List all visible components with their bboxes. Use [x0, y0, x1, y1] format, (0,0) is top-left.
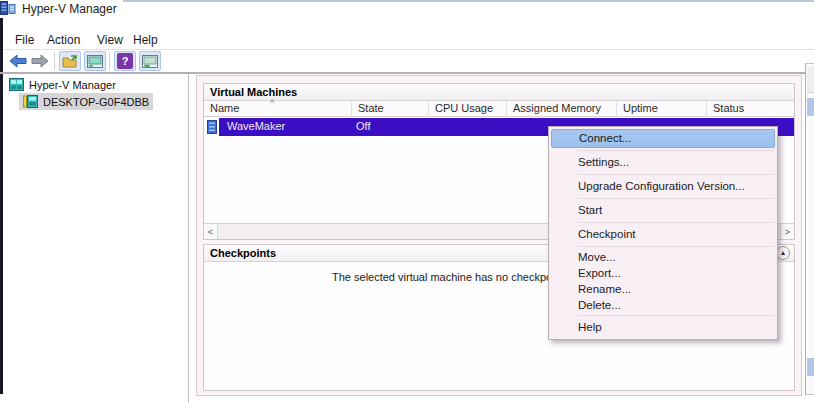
folder-icon	[62, 55, 78, 68]
vm-table-header: Name ^ State CPU Usage Assigned Memory U…	[204, 101, 794, 117]
host-server-icon	[23, 95, 38, 108]
context-menu-delete[interactable]: Delete...	[550, 297, 776, 313]
menu-separator	[578, 315, 774, 316]
menu-view[interactable]: View	[93, 31, 127, 49]
actions-pane-item-highlight	[807, 98, 814, 116]
column-header-cpu[interactable]: CPU Usage	[429, 101, 507, 117]
sort-asc-icon: ^	[270, 98, 274, 108]
forward-button[interactable]	[30, 51, 50, 71]
context-menu-start[interactable]: Start	[550, 201, 776, 220]
toolbar: ?	[3, 51, 814, 72]
context-menu-rename[interactable]: Rename...	[550, 281, 776, 297]
back-arrow-icon	[9, 54, 27, 68]
vm-context-menu: Connect... Settings... Upgrade Configura…	[548, 126, 778, 340]
vm-state-cell: Off	[356, 120, 370, 132]
window-title: Hyper-V Manager	[22, 2, 117, 16]
forward-arrow-icon	[31, 54, 49, 68]
menu-separator	[578, 174, 774, 175]
column-header-status[interactable]: Status	[707, 101, 794, 117]
toolbar-separator	[54, 52, 55, 70]
sidebar-host-label: DESKTOP-G0F4DBB	[43, 96, 149, 108]
hyperv-logo-icon	[0, 1, 16, 18]
window-icon	[142, 55, 158, 68]
actions-pane-item-highlight	[807, 358, 814, 376]
context-menu-export[interactable]: Export...	[550, 265, 776, 281]
scroll-left-button[interactable]: <	[204, 224, 218, 239]
vm-name-cell: WaveMaker	[227, 120, 285, 132]
context-menu-connect[interactable]: Connect...	[551, 129, 775, 148]
sidebar-item-hyperv-manager[interactable]: Hyper-V Manager	[5, 76, 120, 93]
column-header-memory[interactable]: Assigned Memory	[507, 101, 617, 117]
console-window-button[interactable]	[84, 51, 106, 71]
toolbar-separator	[109, 52, 110, 70]
collapse-section-button[interactable]: ▲	[776, 246, 790, 260]
context-menu-help[interactable]: Help	[550, 318, 776, 337]
help-button[interactable]: ?	[114, 51, 136, 71]
menu-help[interactable]: Help	[129, 31, 162, 49]
show-window-button[interactable]	[139, 51, 161, 71]
actions-pane-sliver	[805, 63, 814, 395]
checkpoints-title: Checkpoints	[210, 247, 276, 259]
no-checkpoints-message: The selected virtual machine has no chec…	[332, 271, 572, 283]
column-header-name[interactable]: Name	[204, 101, 352, 117]
hyperv-manager-icon	[9, 78, 24, 91]
back-button[interactable]	[8, 51, 28, 71]
console-window-icon	[87, 55, 103, 68]
column-header-uptime[interactable]: Uptime	[617, 101, 707, 117]
column-header-state[interactable]: State	[352, 101, 429, 117]
help-icon: ?	[117, 53, 133, 69]
scroll-right-button[interactable]: >	[780, 224, 794, 239]
actions-pane-header	[807, 66, 814, 93]
context-menu-move[interactable]: Move...	[550, 249, 776, 265]
sidebar-item-host[interactable]: DESKTOP-G0F4DBB	[19, 93, 153, 110]
menu-separator	[578, 246, 774, 247]
context-menu-checkpoint[interactable]: Checkpoint	[550, 225, 776, 244]
title-bar: Hyper-V Manager	[0, 0, 123, 18]
virtual-machines-title: Virtual Machines	[204, 84, 794, 101]
menu-bar: File Action View Help	[3, 28, 814, 50]
vm-icon	[207, 120, 217, 136]
context-menu-upgrade-configuration-version[interactable]: Upgrade Configuration Version...	[550, 177, 776, 196]
hyperv-manager-window: Hyper-V Manager File Action View Help	[0, 0, 814, 403]
console-tree-sidebar: Hyper-V Manager DESKTOP-G0F4DBB	[3, 74, 189, 403]
context-menu-settings[interactable]: Settings...	[550, 153, 776, 172]
open-folder-button[interactable]	[59, 51, 81, 71]
menu-file[interactable]: File	[11, 31, 38, 49]
sidebar-root-label: Hyper-V Manager	[29, 79, 116, 91]
menu-action[interactable]: Action	[43, 31, 84, 49]
menu-separator	[578, 222, 774, 223]
menu-separator	[578, 198, 774, 199]
menu-separator	[578, 150, 774, 151]
